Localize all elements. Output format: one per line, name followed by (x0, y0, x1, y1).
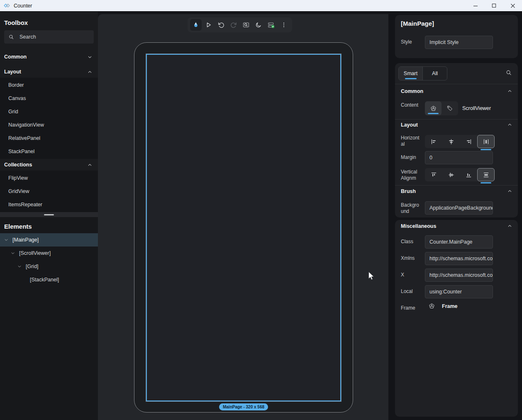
device-badge: MainPage - 320 x 568 (219, 403, 268, 410)
tab-all[interactable]: All (422, 67, 447, 80)
window-title: Counter (14, 3, 32, 9)
background-input[interactable]: ApplicationPageBackground (425, 201, 493, 215)
mouse-cursor (368, 271, 375, 281)
maximize-button[interactable] (485, 0, 503, 12)
horizontal-alignment-group (425, 135, 495, 148)
style-label: Style (401, 39, 421, 45)
zoom-region-icon[interactable] (240, 19, 252, 31)
toolbox-panel: Toolbox Common Layout Border Canvas Grid… (0, 12, 98, 420)
tree-item-scrollviewer[interactable]: [ScrollViewer] (0, 247, 98, 260)
more-options-kebab-icon[interactable] (278, 19, 290, 31)
app-logo-icon (3, 2, 10, 9)
redo-icon[interactable] (228, 19, 239, 31)
hot-reload-flame-icon[interactable] (190, 19, 202, 31)
chevron-down-icon[interactable] (17, 264, 22, 269)
horizontal-alignment-label: Horizontal (401, 135, 421, 147)
tree-item-stackpanel[interactable]: [StackPanel] (0, 273, 98, 286)
tab-smart[interactable]: Smart (399, 67, 422, 80)
tree-item-mainpage[interactable]: [MainPage] (0, 233, 98, 247)
xmlns-label: Xmlns (401, 255, 421, 261)
stretch-horizontal-button[interactable] (477, 135, 495, 148)
chevron-down-icon[interactable] (4, 238, 8, 242)
local-label: Local (401, 288, 421, 295)
toolbox-item-gridview[interactable]: GridView (0, 185, 98, 198)
content-label: Content (401, 102, 421, 108)
toolbox-item-grid[interactable]: Grid (0, 105, 98, 118)
chevron-up-icon[interactable] (507, 89, 512, 93)
xmlns-input[interactable]: http://schemas.microsoft.com (425, 252, 493, 265)
x-label: X (401, 272, 421, 278)
section-layout[interactable]: Layout (401, 122, 418, 128)
align-bottom-button[interactable] (460, 168, 477, 181)
chevron-up-icon[interactable] (507, 224, 512, 228)
toolbox-search-input[interactable] (19, 34, 90, 40)
align-top-button[interactable] (425, 168, 442, 181)
x-namespace-input[interactable]: http://schemas.microsoft.com (425, 269, 493, 282)
toolbox-section-collections[interactable]: Collections (0, 159, 98, 171)
align-right-button[interactable] (460, 135, 477, 148)
background-label: Background (401, 202, 421, 215)
toolbox-section-layout[interactable]: Layout (0, 66, 98, 78)
margin-input[interactable]: 0 (425, 151, 493, 164)
diagnostics-check-icon[interactable] (266, 19, 277, 31)
theme-toggle-moon-icon[interactable] (253, 19, 264, 31)
undo-icon[interactable] (215, 19, 227, 31)
toolbox-section-common[interactable]: Common (0, 51, 98, 63)
inspector-properties-card: Smart All Common Content (395, 63, 518, 217)
active-tab-indicator (405, 78, 417, 79)
element-shield-icon (428, 303, 435, 310)
search-icon (8, 34, 15, 40)
toolbox-item-relativepanel[interactable]: RelativePanel (0, 132, 98, 145)
toolbox-item-itemsrepeater[interactable]: ItemsRepeater (0, 198, 98, 211)
design-canvas[interactable]: MainPage - 320 x 568 (98, 14, 393, 420)
content-tag-mode-button[interactable] (442, 101, 458, 115)
chevron-up-icon (88, 163, 92, 167)
section-common[interactable]: Common (401, 88, 423, 94)
selected-indicator (481, 149, 491, 150)
class-label: Class (401, 239, 421, 245)
active-mode-indicator (428, 113, 439, 114)
toolbox-item-border[interactable]: Border (0, 78, 98, 92)
play-icon[interactable] (202, 19, 214, 31)
chevron-up-icon[interactable] (507, 122, 512, 127)
toolbox-title: Toolbox (0, 12, 98, 28)
titlebar: Counter (0, 0, 522, 12)
close-button[interactable] (503, 0, 522, 12)
content-element-mode-button[interactable] (425, 101, 442, 115)
style-input[interactable]: Implicit Style (425, 36, 493, 49)
property-search-icon[interactable] (505, 69, 512, 76)
class-input[interactable]: Counter.MainPage (425, 235, 493, 249)
toolbox-item-navigationview[interactable]: NavigationView (0, 118, 98, 132)
page-design-surface[interactable] (146, 54, 341, 401)
toolbox-item-flipview[interactable]: FlipView (0, 171, 98, 185)
local-input[interactable]: using:Counter (425, 285, 493, 298)
vertical-alignment-label: Vertical Alignm (401, 169, 421, 181)
stretch-vertical-button[interactable] (477, 168, 495, 181)
align-left-button[interactable] (425, 135, 442, 148)
inspector-panel: [MainPage] Style Implicit Style Smart Al… (388, 12, 522, 420)
toolbox-search[interactable] (4, 30, 94, 44)
elements-title: Elements (0, 217, 98, 233)
section-miscellaneous[interactable]: Miscellaneous (401, 223, 436, 229)
margin-label: Margin (401, 154, 421, 161)
design-toolbar (188, 17, 292, 32)
inspector-header-card: [MainPage] Style Implicit Style (395, 15, 518, 58)
selected-element-title: [MainPage] (401, 20, 434, 27)
chevron-up-icon[interactable] (507, 189, 512, 193)
toolbox-item-canvas[interactable]: Canvas (0, 92, 98, 105)
toolbox-item-stackpanel[interactable]: StackPanel (0, 145, 98, 158)
align-center-vertical-button[interactable] (442, 168, 460, 181)
minimize-button[interactable] (466, 0, 485, 12)
chevron-down-icon (88, 55, 92, 59)
inspector-misc-card: Miscellaneous Class Counter.MainPage Xml… (395, 220, 518, 417)
frame-reference[interactable]: Frame (428, 303, 458, 310)
chevron-down-icon[interactable] (11, 251, 15, 255)
splitter-handle-icon (44, 214, 54, 215)
section-brush[interactable]: Brush (401, 188, 416, 194)
content-mode-toggle (425, 101, 458, 115)
align-center-horizontal-button[interactable] (442, 135, 460, 148)
content-value-reference[interactable]: ScrollViewer (462, 105, 491, 111)
chevron-up-icon (88, 70, 92, 74)
panel-splitter[interactable] (0, 212, 98, 217)
tree-item-grid[interactable]: [Grid] (0, 260, 98, 273)
